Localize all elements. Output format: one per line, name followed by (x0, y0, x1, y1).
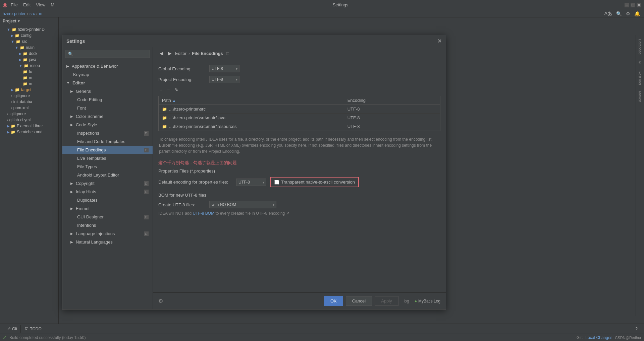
breadcrumb-file-encodings: File Encodings (192, 51, 223, 56)
nav-forward-btn[interactable]: ▶ (167, 50, 173, 57)
tree-item[interactable]: ▼ 📁 hzero-printer D (0, 26, 58, 32)
nav-item-label: General (76, 89, 91, 94)
translate-btn[interactable]: Aあ (603, 10, 613, 17)
path-cell: 📁 ...\hzero-printer\src (159, 105, 344, 113)
nav-item-intentions[interactable]: Intentions (62, 221, 153, 229)
nav-item-emmet[interactable]: ▶ Emmet (62, 204, 153, 213)
todo-tab[interactable]: ☑ TODO (21, 325, 45, 333)
apply-btn[interactable]: Apply (375, 296, 398, 306)
tree-item[interactable]: • .gitignore (0, 93, 58, 99)
tree-item[interactable]: ▶ 📁 target (0, 87, 58, 93)
table-row[interactable]: 📁 ...\hzero-printer\src\main\java UTF-8 (159, 114, 440, 122)
tree-item[interactable]: • pom.xml (0, 105, 58, 111)
tree-item[interactable]: ▶ 📁 External Librar (0, 123, 58, 129)
settings-btn[interactable]: ⚙ (625, 10, 632, 17)
add-encoding-btn[interactable]: + (158, 86, 164, 93)
nav-item-file-encodings[interactable]: File Encodings □ (62, 146, 153, 154)
edit-encoding-btn[interactable]: ✎ (173, 86, 180, 93)
nav-badge: □ (144, 181, 149, 186)
tree-item[interactable]: 📁 m (0, 81, 58, 87)
remove-encoding-btn[interactable]: − (166, 86, 171, 93)
content-body: Global Encoding: UTF-8 Project Encoding: (153, 60, 446, 292)
nav-item-gui-designer[interactable]: GUI Designer □ (62, 213, 153, 221)
minimize-btn[interactable]: ─ (625, 3, 629, 7)
nav-item-duplicates[interactable]: Duplicates (62, 196, 153, 204)
bom-link[interactable]: UTF-8 BOM (193, 211, 214, 216)
expand-arrow-icon: ▶ (66, 64, 69, 68)
notifications-btn[interactable]: 🔔 (633, 10, 641, 17)
close-btn[interactable]: ✕ (637, 3, 641, 7)
menu-edit[interactable]: Edit (21, 2, 33, 7)
help-btn[interactable]: ? (632, 325, 641, 333)
mybatis-log[interactable]: ● MyBatis Log (415, 299, 440, 303)
footer-gear-icon[interactable]: ⚙ (158, 298, 163, 304)
folder-icon: ▶ (11, 33, 13, 38)
props-encoding-select[interactable]: UTF-8 (236, 179, 266, 186)
global-encoding-select[interactable]: UTF-8 (209, 65, 239, 72)
global-encoding-label: Global Encoding: (158, 66, 205, 71)
table-row[interactable]: 📁 ...\hzero-printer\src\main\resources U… (159, 122, 440, 131)
git-tab[interactable]: ⎇ Git (3, 325, 21, 333)
dialog-footer: ⚙ OK Cancel Apply log ● MyBatis Log (153, 292, 446, 309)
table-row[interactable]: 📁 ...\hzero-printer\src UTF-8 (159, 105, 440, 114)
nav-item-android-layout[interactable]: Android Layout Editor (62, 171, 153, 179)
menu-m[interactable]: M (49, 2, 56, 7)
bom-select[interactable]: with NO BOM (209, 201, 276, 208)
tree-item[interactable]: ▶ 📁 java (0, 57, 58, 63)
nav-item-live-templates[interactable]: Live Templates (62, 154, 153, 162)
bom-select-wrap: with NO BOM (209, 201, 276, 208)
breadcrumb-m[interactable]: m (39, 11, 42, 16)
project-encoding-select[interactable]: UTF-8 (209, 76, 239, 83)
search-everywhere-btn[interactable]: 🔍 (615, 10, 623, 17)
encoding-table-container: Path ▲ Encoding 📁 ...\hzero-printer\src … (158, 96, 440, 131)
nav-item-keymap[interactable]: Keymap (62, 70, 153, 79)
nav-item-natural-languages[interactable]: ▶ Natural Languages (62, 238, 153, 246)
nav-item-copyright[interactable]: ▶ Copyright □ (62, 179, 153, 188)
tree-item[interactable]: • init-databa (0, 99, 58, 105)
nav-item-editor[interactable]: ▼ Editor (62, 79, 153, 87)
nav-item-file-code-templates[interactable]: File and Code Templates (62, 137, 153, 146)
nav-item-inlay-hints[interactable]: ▶ Inlay Hints □ (62, 188, 153, 196)
breadcrumb-project[interactable]: hzero-printer (3, 11, 25, 16)
copyright-tool-btn[interactable]: © (637, 58, 643, 67)
tree-item[interactable]: ▼ 📁 main (0, 45, 58, 51)
tree-item[interactable]: 📁 m (0, 75, 58, 81)
nav-item-code-style[interactable]: ▶ Code Style (62, 121, 153, 129)
cancel-btn[interactable]: Cancel (346, 296, 372, 306)
tree-item[interactable]: ▼ 📁 src (0, 39, 58, 45)
nav-item-inspections[interactable]: Inspections □ (62, 129, 153, 137)
tree-item[interactable]: ▶ 📁 dock (0, 51, 58, 57)
bom-section: BOM for new UTF-8 files Create UTF-8 fil… (158, 193, 440, 216)
tree-item[interactable]: • .gitignore (0, 111, 58, 117)
breadcrumb-src[interactable]: src (30, 11, 35, 16)
git-branch[interactable]: Local Changes (586, 335, 612, 340)
settings-search-input[interactable] (65, 50, 150, 58)
nav-back-btn[interactable]: ◀ (158, 50, 165, 57)
dialog-close-btn[interactable]: ✕ (437, 38, 442, 44)
nav-item-color-scheme[interactable]: ▶ Color Scheme (62, 112, 153, 121)
nav-item-font[interactable]: Font (62, 104, 153, 112)
nav-item-label: Intentions (77, 223, 96, 228)
nav-item-code-editing[interactable]: Code Editing (62, 95, 153, 104)
tree-item[interactable]: ▶ 📁 Scratches and (0, 129, 58, 135)
menu-file[interactable]: File (9, 2, 20, 7)
database-tool-btn[interactable]: Database (637, 36, 643, 57)
transparent-conversion-checkbox[interactable] (274, 180, 279, 185)
tree-item[interactable]: 📁 fo (0, 69, 58, 75)
maximize-btn[interactable]: □ (631, 3, 635, 7)
path-header[interactable]: Path ▲ (159, 96, 344, 105)
maven-tool-btn[interactable]: Maven (637, 88, 643, 105)
nav-item-appearance[interactable]: ▶ Appearance & Behavior (62, 62, 153, 70)
table-header: Path ▲ Encoding (159, 96, 440, 105)
nav-item-language-injections[interactable]: ▶ Language Injections □ (62, 229, 153, 238)
tree-item[interactable]: • gitlab-ci.yml (0, 117, 58, 123)
resttool-btn[interactable]: RestTool (637, 68, 643, 88)
ok-btn[interactable]: OK (324, 296, 343, 306)
nav-item-general[interactable]: ▶ General (62, 87, 153, 95)
tree-item[interactable]: ▶ 📁 config (0, 32, 58, 39)
project-dropdown-arrow[interactable]: ▾ (18, 19, 20, 23)
menu-view[interactable]: View (34, 2, 47, 7)
tree-item[interactable]: ▼ 📁 resou (0, 63, 58, 69)
global-encoding-row: Global Encoding: UTF-8 (158, 65, 440, 72)
nav-item-file-types[interactable]: File Types (62, 162, 153, 171)
